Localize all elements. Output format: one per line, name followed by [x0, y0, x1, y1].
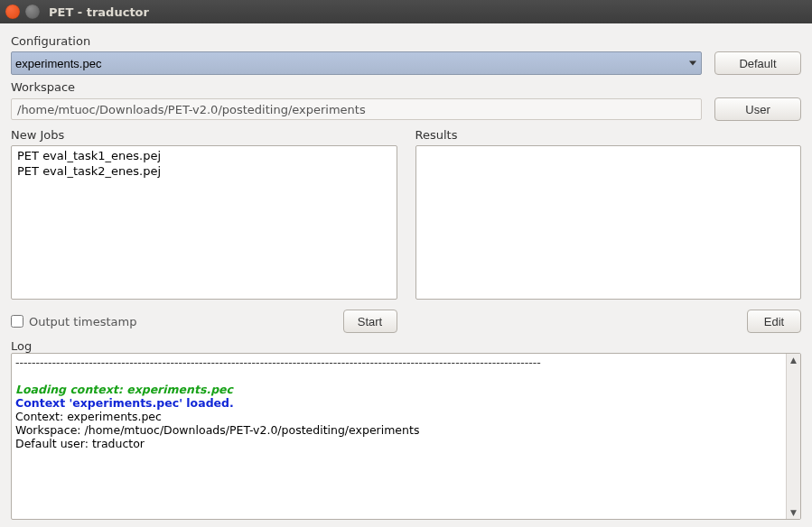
content-area: Configuration experiments.pec Default Wo… [0, 23, 812, 527]
log-separator: ----------------------------------------… [15, 356, 784, 369]
results-column: Results Edit [415, 126, 802, 334]
log-line-user: Default user: traductor [15, 437, 784, 450]
user-button[interactable]: User [714, 97, 801, 121]
minimize-icon[interactable] [25, 5, 40, 19]
configuration-combo[interactable]: experiments.pec [11, 51, 702, 75]
list-item[interactable]: PET eval_task1_enes.pej [15, 148, 393, 163]
log-label: Log [11, 339, 801, 353]
log-content: ----------------------------------------… [15, 356, 784, 517]
log-line-workspace: Workspace: /home/mtuoc/Downloads/PET-v2.… [15, 423, 784, 437]
log-line-loaded: Context 'experiments.pec' loaded. [15, 396, 784, 410]
jobs-listbox[interactable]: PET eval_task1_enes.pej PET eval_task2_e… [11, 145, 397, 300]
log-scrollbar[interactable]: ▲ ▼ [786, 354, 800, 519]
app-window: PET - traductor Configuration experiment… [0, 0, 812, 527]
output-timestamp-checkbox[interactable]: Output timestamp [11, 315, 136, 328]
new-jobs-label: New Jobs [11, 128, 397, 142]
jobs-column: New Jobs PET eval_task1_enes.pej PET eva… [11, 126, 397, 334]
scroll-down-icon[interactable]: ▼ [788, 506, 800, 519]
log-line-context: Context: experiments.pec [15, 410, 784, 423]
scroll-up-icon[interactable]: ▲ [788, 354, 800, 366]
results-listbox[interactable] [415, 145, 802, 300]
output-timestamp-input[interactable] [11, 315, 23, 328]
results-label: Results [415, 128, 802, 142]
log-line-loading: Loading context: experiments.pec [15, 383, 784, 396]
list-item[interactable]: PET eval_task2_enes.pej [15, 163, 393, 179]
scroll-track[interactable] [787, 366, 800, 506]
configuration-select[interactable]: experiments.pec [11, 51, 702, 75]
window-title: PET - traductor [49, 5, 149, 19]
configuration-label: Configuration [11, 34, 801, 48]
workspace-path: /home/mtuoc/Downloads/PET-v2.0/postediti… [11, 98, 702, 120]
titlebar: PET - traductor [0, 0, 812, 23]
close-icon[interactable] [5, 5, 20, 19]
log-box: ----------------------------------------… [11, 353, 801, 520]
workspace-label: Workspace [11, 80, 801, 94]
default-button[interactable]: Default [714, 51, 801, 75]
edit-button[interactable]: Edit [747, 310, 801, 333]
output-timestamp-label: Output timestamp [29, 315, 136, 328]
start-button[interactable]: Start [343, 310, 397, 333]
